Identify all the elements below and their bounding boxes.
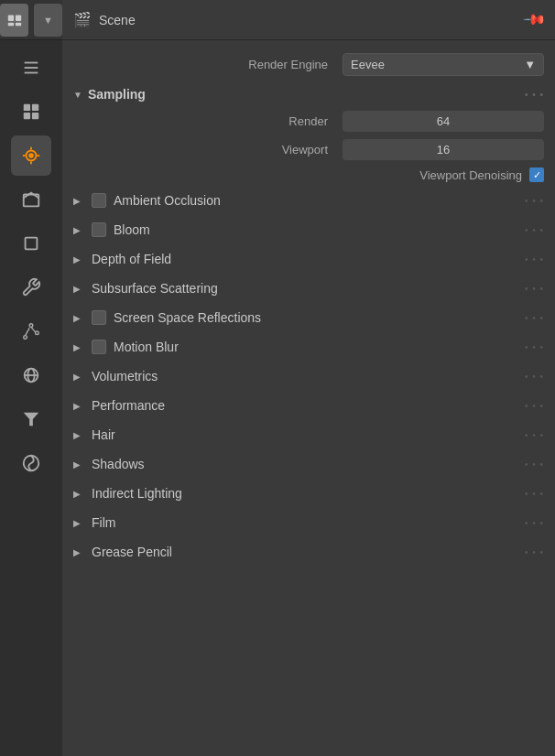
sidebar-item-scene[interactable] <box>11 179 51 220</box>
panel-title: Scene <box>99 13 136 27</box>
sidebar-items <box>0 40 62 491</box>
feature-label-shadows: Shadows <box>92 457 517 471</box>
feature-checkbox-motion-blur[interactable] <box>92 340 106 354</box>
viewport-denoising-checkbox[interactable]: ✓ <box>529 167 544 182</box>
feature-dots-hair: • • • <box>525 430 544 440</box>
pin-icon[interactable]: 📌 <box>522 7 548 33</box>
svg-rect-8 <box>32 104 38 111</box>
render-samples-row: Render 64 <box>62 107 555 135</box>
viewport-label: Viewport <box>99 143 335 157</box>
feature-checkbox-bloom[interactable] <box>92 222 106 237</box>
sampling-section-header[interactable]: ▼ Sampling • • • <box>62 81 555 107</box>
feature-label-ambient-occlusion: Ambient Occlusion <box>114 193 517 208</box>
render-engine-value: Eevee <box>351 58 385 71</box>
feature-label-performance: Performance <box>92 398 517 413</box>
feature-dots-indirect-lighting: • • • <box>525 489 544 499</box>
feature-row-bloom[interactable]: ▶Bloom• • • <box>62 215 555 244</box>
feature-label-screen-space-reflections: Screen Space Reflections <box>114 310 517 325</box>
content-area: Render Engine Eevee ▼ ▼ Sampling • • • R… <box>62 40 555 756</box>
feature-row-grease-pencil[interactable]: ▶Grease Pencil• • • <box>62 537 555 567</box>
render-engine-select[interactable]: Eevee ▼ <box>343 53 544 76</box>
main-panel: 🎬 Scene 📌 Render Engine Eevee ▼ ▼ Sampli… <box>62 0 555 756</box>
feature-row-screen-space-reflections[interactable]: ▶Screen Space Reflections• • • <box>62 303 555 332</box>
feature-label-subsurface-scattering: Subsurface Scattering <box>92 281 517 296</box>
sidebar-item-tools[interactable] <box>11 48 51 88</box>
svg-point-19 <box>24 336 27 340</box>
arrow-icon-volumetrics: ▶ <box>73 372 84 382</box>
feature-row-depth-of-field[interactable]: ▶Depth of Field• • • <box>62 244 555 274</box>
feature-dots-shadows: • • • <box>525 459 544 470</box>
sampling-dots: • • • <box>525 90 544 100</box>
feature-dots-bloom: • • • <box>525 225 544 235</box>
feature-row-indirect-lighting[interactable]: ▶Indirect Lighting• • • <box>62 479 555 508</box>
sidebar-item-object[interactable] <box>11 223 51 264</box>
feature-row-subsurface-scattering[interactable]: ▶Subsurface Scattering• • • <box>62 274 555 303</box>
feature-dots-depth-of-field: • • • <box>525 254 544 265</box>
feature-checkbox-screen-space-reflections[interactable] <box>92 310 106 325</box>
arrow-icon-bloom: ▶ <box>73 225 84 235</box>
feature-dots-film: • • • <box>525 518 544 528</box>
arrow-icon-performance: ▶ <box>73 401 84 411</box>
sidebar-item-render[interactable] <box>11 135 51 176</box>
scene-icon: 🎬 <box>73 11 92 28</box>
svg-rect-3 <box>15 22 20 26</box>
feature-dots-screen-space-reflections: • • • <box>525 313 544 323</box>
arrow-icon-hair: ▶ <box>73 430 84 440</box>
arrow-icon-indirect-lighting: ▶ <box>73 489 84 499</box>
sidebar-item-physics[interactable] <box>11 355 51 395</box>
sidebar-expand-btn[interactable]: ▼ <box>34 4 62 37</box>
svg-rect-10 <box>32 113 38 119</box>
svg-line-22 <box>26 328 30 335</box>
feature-dots-grease-pencil: • • • <box>525 547 544 557</box>
viewport-value-field[interactable]: 16 <box>343 139 544 160</box>
sampling-title: Sampling <box>88 87 146 102</box>
feature-row-performance[interactable]: ▶Performance• • • <box>62 391 555 420</box>
svg-point-12 <box>29 154 33 157</box>
sidebar-item-view[interactable] <box>11 92 51 132</box>
feature-label-hair: Hair <box>92 427 517 442</box>
svg-point-21 <box>36 331 39 335</box>
arrow-icon-screen-space-reflections: ▶ <box>73 313 84 323</box>
feature-row-motion-blur[interactable]: ▶Motion Blur• • • <box>62 332 555 362</box>
check-mark: ✓ <box>533 169 541 181</box>
feature-label-bloom: Bloom <box>114 222 517 237</box>
arrow-icon-grease-pencil: ▶ <box>73 547 84 557</box>
svg-rect-18 <box>26 238 38 250</box>
arrow-icon-motion-blur: ▶ <box>73 342 84 352</box>
svg-rect-9 <box>24 113 30 119</box>
feature-dots-motion-blur: • • • <box>525 342 544 352</box>
sampling-arrow: ▼ <box>73 90 82 100</box>
feature-dots-subsurface-scattering: • • • <box>525 284 544 294</box>
feature-row-film[interactable]: ▶Film• • • <box>62 508 555 537</box>
sidebar-item-constraints[interactable] <box>11 399 51 439</box>
feature-row-volumetrics[interactable]: ▶Volumetrics• • • <box>62 362 555 391</box>
feature-label-film: Film <box>92 515 517 530</box>
render-value-field[interactable]: 64 <box>343 111 544 132</box>
feature-label-depth-of-field: Depth of Field <box>92 252 517 266</box>
feature-row-shadows[interactable]: ▶Shadows• • • <box>62 449 555 479</box>
header: 🎬 Scene 📌 <box>62 0 555 40</box>
feature-label-grease-pencil: Grease Pencil <box>92 545 517 559</box>
feature-checkbox-ambient-occlusion[interactable] <box>92 193 106 208</box>
feature-dots-performance: • • • <box>525 401 544 411</box>
arrow-icon-film: ▶ <box>73 518 84 528</box>
sidebar-view-toggle[interactable] <box>0 4 28 37</box>
sidebar-item-particles[interactable] <box>11 311 51 351</box>
sidebar-item-material[interactable] <box>11 443 51 483</box>
feature-row-hair[interactable]: ▶Hair• • • <box>62 420 555 449</box>
svg-point-20 <box>29 324 33 328</box>
feature-label-motion-blur: Motion Blur <box>114 340 517 354</box>
render-label: Render <box>99 114 335 128</box>
svg-marker-27 <box>24 413 39 427</box>
feature-label-indirect-lighting: Indirect Lighting <box>92 486 517 501</box>
svg-rect-7 <box>24 104 30 111</box>
svg-rect-1 <box>15 15 20 20</box>
render-engine-label: Render Engine <box>248 58 335 71</box>
arrow-icon-subsurface-scattering: ▶ <box>73 284 84 294</box>
svg-line-23 <box>31 327 36 332</box>
arrow-icon-shadows: ▶ <box>73 459 84 470</box>
features-list: ▶Ambient Occlusion• • •▶Bloom• • •▶Depth… <box>62 186 555 567</box>
feature-row-ambient-occlusion[interactable]: ▶Ambient Occlusion• • • <box>62 186 555 215</box>
sidebar-item-modifier[interactable] <box>11 267 51 308</box>
svg-rect-2 <box>7 22 13 26</box>
